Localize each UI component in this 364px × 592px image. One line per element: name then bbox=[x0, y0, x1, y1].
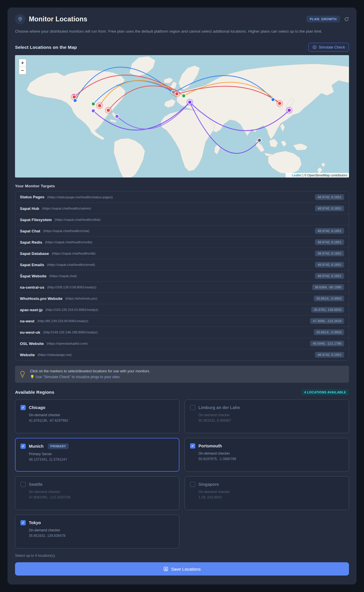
target-row: apac-east-jp (http://103.125.216.51:8081… bbox=[15, 304, 349, 315]
target-coordinates-pill: 48.9742, 8.1851 bbox=[315, 228, 344, 234]
region-checkbox[interactable] bbox=[190, 405, 195, 410]
monitor-locations-panel: Monitor Locations PLAN: GROWTH Choose wh… bbox=[7, 8, 357, 584]
target-coordinates-pill: 48.9742, 8.1851 bbox=[315, 273, 344, 279]
target-name: Sapat Hub bbox=[20, 206, 39, 211]
target-url: (https://openstartuplist.com) bbox=[47, 342, 88, 345]
map-location-marker[interactable] bbox=[258, 139, 261, 142]
target-url: (https://sapat.chat/healthz/redis) bbox=[45, 240, 92, 244]
play-circle-icon bbox=[312, 45, 317, 49]
map-canvas bbox=[15, 55, 349, 178]
region-checkbox[interactable]: ✓ bbox=[20, 520, 26, 525]
target-row: Sapat Database (https://sapat.chat/healt… bbox=[15, 248, 349, 259]
target-url: (https://sapat.chat/healthz/admin) bbox=[42, 207, 91, 210]
target-coordinates-pill: 50.8514, -0.9903 bbox=[314, 329, 344, 335]
region-card-chicago[interactable]: ✓ Chicago On-demand checker 41.8781136, … bbox=[15, 399, 179, 433]
region-checkbox[interactable] bbox=[20, 482, 26, 487]
header: Monitor Locations PLAN: GROWTH bbox=[15, 14, 349, 24]
region-subtitle: On-demand checker bbox=[29, 413, 174, 417]
map-location-marker[interactable] bbox=[73, 99, 77, 102]
region-name: Chicago bbox=[29, 405, 45, 410]
target-coordinates-pill: 45.5945, -121.1786 bbox=[310, 341, 344, 346]
target-coordinates-pill: 38.6364, -90.1985 bbox=[312, 284, 344, 290]
target-row: Sapat Redis (https://sapat.chat/healthz/… bbox=[15, 236, 349, 248]
region-card-tokyo[interactable]: ✓ Tokyo On-demand checker 35.652832, 139… bbox=[15, 515, 179, 548]
locations-available-badge: 4 LOCATIONS AVAILABLE bbox=[301, 389, 349, 395]
target-row: na-west (http://85.239.233.60:8081/ready… bbox=[15, 315, 349, 326]
target-name: Šapat Website bbox=[20, 274, 46, 278]
region-checkbox[interactable]: ✓ bbox=[190, 443, 195, 449]
target-coordinates-pill: 47.3066, -122.2619 bbox=[310, 318, 344, 324]
map-location-marker[interactable] bbox=[115, 115, 119, 118]
map-location-marker[interactable] bbox=[182, 94, 185, 98]
map-location-marker[interactable] bbox=[91, 102, 95, 106]
plan-badge: PLAN: GROWTH bbox=[306, 16, 340, 23]
target-name: WhoHosts.pro Website bbox=[20, 296, 63, 301]
region-coordinates: 50.8197675, -1.0880769 bbox=[198, 457, 344, 461]
target-name: Sapat Filesystem bbox=[20, 218, 52, 222]
map-zoom-out-button[interactable]: − bbox=[19, 67, 26, 74]
map-location-marker[interactable] bbox=[278, 102, 282, 105]
target-name: Sapat Chat bbox=[20, 229, 40, 233]
page-title: Monitor Locations bbox=[29, 15, 87, 23]
target-row: WhoHosts.pro Website (https://whohosts.p… bbox=[15, 293, 349, 304]
region-card-munich[interactable]: ✓ Munich PRIMARY Primary Server 48.13715… bbox=[15, 438, 179, 472]
region-card-seattle[interactable]: Seattle On-demand checker 47.6062095, -1… bbox=[15, 476, 179, 510]
targets-heading: Your Monitor Targets bbox=[15, 184, 349, 188]
tip-line-2: 💡 Use "Simulate Check" to visualize ping… bbox=[30, 374, 150, 380]
region-card-portsmouth[interactable]: ✓ Portsmouth On-demand checker 50.819767… bbox=[185, 438, 349, 472]
region-coordinates: 41.8781136, -87.6297982 bbox=[29, 419, 174, 423]
page-description: Choose where your distributed monitors w… bbox=[15, 28, 344, 35]
target-coordinates-pill: 50.8514, -0.9903 bbox=[314, 296, 344, 301]
leaflet-link[interactable]: Leaflet bbox=[292, 173, 301, 177]
region-grid: ✓ Chicago On-demand checker 41.8781136, … bbox=[15, 399, 349, 548]
tip-line-1: Click on the markers to select/deselect … bbox=[30, 369, 150, 374]
simulate-check-button[interactable]: Simulate Check bbox=[308, 43, 349, 52]
target-row: Sapat Chat (https://sapat.chat/healthz/c… bbox=[15, 225, 349, 236]
region-name: Seattle bbox=[29, 482, 43, 487]
region-card-singapore[interactable]: Singapore On-demand checker 1.29, 103.85… bbox=[185, 476, 349, 510]
map-zoom-in-button[interactable]: + bbox=[19, 59, 26, 67]
region-name: Tokyo bbox=[29, 520, 41, 525]
target-name: Status Pages bbox=[20, 195, 44, 199]
map-location-marker[interactable] bbox=[72, 95, 76, 99]
region-card-limburg-an-der-lahn[interactable]: Limburg an der Lahn On-demand checker 50… bbox=[185, 399, 349, 433]
map-location-marker[interactable] bbox=[287, 109, 291, 112]
region-subtitle: On-demand checker bbox=[198, 413, 344, 417]
tip-box: Click on the markers to select/deselect … bbox=[15, 366, 349, 383]
map-location-marker[interactable] bbox=[175, 92, 179, 96]
region-name: Portsmouth bbox=[198, 444, 222, 448]
target-row: eu-west-uk (http://149.102.146.185:8081/… bbox=[15, 326, 349, 338]
target-coordinates-pill: 48.9742, 8.1851 bbox=[315, 194, 344, 200]
refresh-icon[interactable] bbox=[344, 17, 349, 22]
region-name: Munich bbox=[29, 444, 44, 449]
save-icon bbox=[163, 566, 168, 572]
osm-attribution-text: | © OpenStreetMap contributors bbox=[303, 173, 347, 177]
world-map[interactable]: + − Leaflet | © OpenStreetMap contributo… bbox=[15, 55, 349, 178]
region-name: Limburg an der Lahn bbox=[198, 405, 240, 410]
map-location-marker[interactable] bbox=[106, 109, 110, 112]
map-location-marker[interactable] bbox=[91, 109, 95, 113]
region-checkbox[interactable] bbox=[190, 482, 195, 487]
region-subtitle: On-demand checker bbox=[198, 490, 344, 494]
target-url: (http://85.239.233.60:8081/readyz) bbox=[37, 319, 88, 323]
select-limit-note: Select up to 4 location(s). bbox=[15, 554, 349, 558]
region-coordinates: 47.6062095, -122.3320708 bbox=[29, 495, 174, 499]
target-coordinates-pill: 48.9742, 8.1851 bbox=[315, 352, 344, 358]
target-coordinates-pill: 35.6761, 139.6503 bbox=[311, 307, 344, 313]
map-location-marker[interactable] bbox=[98, 104, 102, 108]
target-name: Sapat Redis bbox=[20, 240, 42, 244]
target-url: (https://sapat.chat/healthz/email) bbox=[47, 263, 95, 266]
save-locations-button[interactable]: Save Locations bbox=[15, 562, 349, 576]
target-url: (https://sapat.chat) bbox=[49, 274, 77, 278]
target-row: Website (https://statuspage.me) 48.9742,… bbox=[15, 349, 349, 360]
region-coordinates: 48.1371541, 11.5761247 bbox=[29, 457, 174, 462]
region-subtitle: Primary Server bbox=[29, 452, 174, 456]
map-location-marker[interactable] bbox=[271, 98, 275, 102]
target-coordinates-pill: 48.9742, 8.1851 bbox=[315, 206, 344, 211]
region-coordinates: 50.383333, 8.066667 bbox=[198, 419, 344, 423]
region-checkbox[interactable]: ✓ bbox=[20, 405, 26, 410]
target-row: Šapat Website (https://sapat.chat) 48.97… bbox=[15, 270, 349, 281]
target-row: Status Pages (https://statuspage.me/heal… bbox=[15, 191, 349, 203]
map-location-marker[interactable] bbox=[188, 100, 192, 104]
region-checkbox[interactable]: ✓ bbox=[20, 444, 26, 449]
